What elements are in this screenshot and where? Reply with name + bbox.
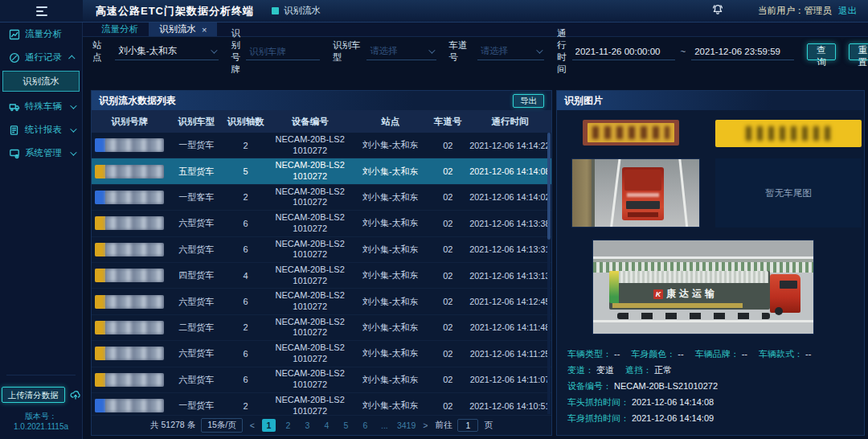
page-number-button[interactable]: 5 — [339, 419, 353, 432]
field-value: -- — [678, 349, 683, 359]
chevron-down-icon — [70, 149, 76, 155]
chevron-down-icon — [70, 125, 76, 132]
system-gear-icon — [9, 148, 20, 159]
lane-line — [593, 320, 813, 322]
table-row[interactable]: 一型货车 2 NECAM-20B-LS21010272 刘小集-太和东 02 2… — [92, 133, 551, 158]
plate-thumbnail — [95, 295, 164, 309]
goto-page-input[interactable] — [457, 419, 478, 432]
station-select[interactable]: 刘小集-太和东 — [115, 43, 218, 60]
table-scrollbar[interactable] — [547, 133, 551, 414]
column-header: 识别车型 — [167, 116, 225, 128]
plate-color-chip — [95, 138, 105, 152]
plate-filter: 识别号牌 — [231, 27, 321, 76]
tab-close-icon[interactable]: × — [202, 25, 207, 35]
sidebar-item-system-management[interactable]: 系统管理 — [0, 142, 82, 165]
table-row[interactable]: 六型货车 6 NECAM-20B-LS21010272 刘小集-太和东 02 2… — [92, 237, 551, 263]
sidebar-item-flow-analysis[interactable]: 流量分析 — [0, 23, 82, 46]
plate-color-chip — [95, 321, 105, 334]
recognition-flow-table-panel: 识别流水数据列表 导出 识别号牌 识别车型 识别轴数 设备编号 站点 车道号 通… — [91, 90, 552, 436]
chevron-down-icon — [536, 47, 542, 53]
sidebar-item-label: 统计报表 — [25, 124, 62, 136]
plate-thumbnail — [95, 399, 164, 412]
table-row[interactable]: 二型货车 2 NECAM-20B-LS21010272 刘小集-太和东 02 2… — [92, 315, 551, 341]
table-row[interactable]: 六型货车 6 NECAM-20B-LS21010272 刘小集-太和东 02 2… — [92, 367, 551, 393]
cloud-upload-icon[interactable] — [70, 389, 81, 400]
cell-vehicle-type: 四型货车 — [167, 269, 225, 281]
page-number-button[interactable]: ... — [378, 419, 391, 432]
page-size-select[interactable]: 15条/页 — [201, 418, 243, 433]
field-label: 设备编号： — [567, 381, 612, 391]
vehicle-detail-fields: 车辆类型：--车身颜色：--车辆品牌：--车辆款式：--变道：变道遮挡：正常 设… — [567, 346, 858, 426]
upload-clearing-data-button[interactable]: 上传清分数据 — [2, 387, 65, 403]
sidebar-item-label: 系统管理 — [25, 147, 62, 159]
field-label: 车辆款式： — [759, 349, 803, 359]
tab-flow-analysis[interactable]: 流量分析 — [91, 23, 149, 36]
vehicle-side-photo: K康达运输 — [592, 240, 814, 334]
field-value: -- — [614, 349, 620, 359]
cell-lane: 02 — [428, 322, 469, 332]
column-header: 识别轴数 — [225, 116, 266, 128]
column-header: 车道号 — [428, 116, 469, 128]
tab-recognition-flow[interactable]: 识别流水 × — [149, 23, 217, 36]
cell-device-number: NECAM-20B-LS21010272 — [266, 265, 354, 287]
header-logo-area — [0, 0, 83, 22]
table-row[interactable]: 一型客车 2 NECAM-20B-LS21010272 刘小集-太和东 02 2… — [92, 185, 551, 211]
cell-station: 刘小集-太和东 — [354, 166, 428, 178]
cell-device-number: NECAM-20B-LS21010272 — [266, 239, 354, 261]
table-row[interactable]: 五型货车 5 NECAM-20B-LS21010272 刘小集-太和东 02 2… — [92, 158, 551, 184]
cell-device-number: NECAM-20B-LS21010272 — [266, 368, 354, 391]
table-row[interactable]: 六型货车 6 NECAM-20B-LS21010272 刘小集-太和东 02 2… — [92, 211, 551, 236]
sidebar-item-statistics-reports[interactable]: 统计报表 — [0, 118, 82, 142]
top-header: 高速公路ETC门架数据分析终端 识别流水 当前用户：管理员 退出 — [0, 0, 868, 23]
no-tail-image-placeholder: 暂无车尾图 — [715, 158, 862, 228]
table-row[interactable]: 六型货车 6 NECAM-20B-LS21010272 刘小集-太和东 02 2… — [92, 341, 551, 367]
page-number-button[interactable]: 4 — [320, 419, 334, 432]
export-button[interactable]: 导出 — [513, 94, 544, 108]
page-number-button[interactable]: 3419 — [397, 419, 416, 432]
page-number-button[interactable]: 1 — [262, 419, 276, 432]
sidebar-item-label: 特殊车辆 — [25, 101, 62, 113]
alarm-bell-icon[interactable] — [711, 3, 724, 19]
cell-lane: 02 — [428, 349, 469, 359]
field-value: 2021-12-06 14:14:08 — [632, 397, 714, 407]
query-button[interactable]: 查询 — [807, 43, 836, 60]
page-number-button[interactable]: 6 — [358, 419, 372, 432]
vehicle-type-label: 识别车型 — [333, 39, 361, 64]
cell-device-number: NECAM-20B-LS21010272 — [266, 290, 354, 313]
time-end-input[interactable] — [694, 47, 791, 56]
prev-page-button[interactable]: < — [248, 421, 256, 430]
plate-blurred-characters — [746, 126, 831, 141]
scrollbar-thumb[interactable] — [547, 133, 551, 240]
cell-pass-time: 2021-12-06 14:14:08 — [469, 166, 551, 176]
plate-blurred-text — [105, 216, 164, 230]
no-tail-text: 暂无车尾图 — [765, 187, 812, 199]
collapse-menu-icon[interactable] — [36, 6, 47, 16]
cell-lane: 02 — [428, 271, 469, 281]
logout-link[interactable]: 退出 — [838, 5, 857, 17]
reset-button[interactable]: 重置 — [849, 43, 868, 60]
plate-blurred-characters — [592, 126, 669, 140]
plate-blurred-text — [105, 269, 164, 282]
vehicle-type-select[interactable]: 请选择 — [366, 43, 436, 60]
sidebar-item-special-vehicles[interactable]: 特殊车辆 — [0, 95, 82, 118]
cell-lane: 02 — [428, 244, 469, 254]
cell-device-number: NECAM-20B-LS21010272 — [266, 317, 354, 339]
cell-device-number: NECAM-20B-LS21010272 — [266, 187, 354, 209]
table-row[interactable]: 六型货车 6 NECAM-20B-LS21010272 刘小集-太和东 02 2… — [92, 289, 551, 314]
recognition-images-panel: 识别图片 暂无车尾图 — [556, 90, 865, 436]
detail-field: 车辆款式：-- — [759, 346, 811, 362]
plate-input[interactable] — [249, 47, 317, 56]
main-area: 流量分析 识别流水 × 站点 刘小集-太和东 识别号牌 — [83, 23, 868, 439]
cell-pass-time: 2021-12-06 14:13:13 — [469, 271, 551, 281]
next-page-button[interactable]: > — [421, 421, 429, 430]
page-number-button[interactable]: 3 — [301, 419, 314, 432]
time-start-input[interactable] — [575, 47, 672, 56]
sidebar-item-pass-records[interactable]: 通行记录 — [0, 46, 82, 69]
page-number-button[interactable]: 2 — [281, 419, 295, 432]
active-module-indicator: 识别流水 — [272, 5, 321, 17]
table-row[interactable]: 四型货车 4 NECAM-20B-LS21010272 刘小集-太和东 02 2… — [92, 263, 551, 289]
plate-thumbnail — [95, 243, 164, 256]
lane-select[interactable]: 请选择 — [477, 43, 544, 60]
sidebar-subitem-recognition-flow[interactable]: 识别流水 — [2, 71, 80, 92]
cell-vehicle-type: 六型货车 — [167, 244, 225, 256]
